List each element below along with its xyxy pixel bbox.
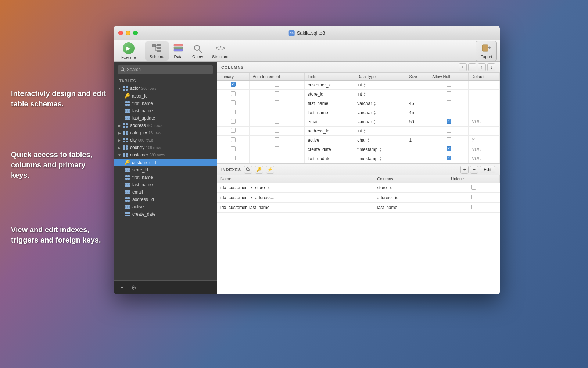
- unique-checkbox[interactable]: [471, 185, 476, 190]
- indexes-table-row[interactable]: idx_customer_fk_store_id store_id: [217, 183, 500, 193]
- search-index-button[interactable]: [244, 166, 252, 174]
- unique-checkbox[interactable]: [471, 205, 476, 209]
- td-data-type[interactable]: int ▲▼: [354, 81, 406, 90]
- add-index-button[interactable]: +: [460, 166, 469, 174]
- allow-null-checkbox[interactable]: [447, 119, 451, 124]
- tree-col-first-name-actor[interactable]: first_name: [114, 100, 217, 107]
- columns-table-row[interactable]: store_id int ▲▼: [217, 90, 500, 99]
- export-button[interactable]: Export: [476, 41, 497, 61]
- lightning-index-button[interactable]: ⚡: [266, 166, 274, 174]
- td-data-type[interactable]: timestamp ▲▼: [354, 154, 406, 163]
- tree-scroll[interactable]: ▼ actor 200 rows 🔑 actor_id first_name: [114, 85, 217, 280]
- unique-checkbox[interactable]: [471, 195, 476, 199]
- columns-table-row[interactable]: last_update timestamp ▲▼ NULL: [217, 154, 500, 163]
- type-stepper[interactable]: ▲▼: [363, 82, 367, 88]
- tree-col-address-id[interactable]: address_id: [114, 196, 217, 203]
- close-button[interactable]: [118, 31, 123, 35]
- key-index-button[interactable]: 🔑: [255, 166, 263, 174]
- auto-inc-checkbox[interactable]: [275, 119, 279, 124]
- primary-checkbox[interactable]: [231, 82, 236, 87]
- td-data-type[interactable]: char ▲▼: [354, 136, 406, 145]
- remove-column-button[interactable]: −: [468, 63, 476, 71]
- indexes-table-row[interactable]: idx_customer_fk_address... address_id: [217, 193, 500, 203]
- minimize-button[interactable]: [126, 31, 130, 35]
- search-box[interactable]: [118, 65, 213, 74]
- columns-table-row[interactable]: customer_id int ▲▼: [217, 81, 500, 90]
- auto-inc-checkbox[interactable]: [275, 137, 279, 142]
- td-primary[interactable]: [217, 108, 250, 117]
- data-button[interactable]: Data: [169, 41, 188, 61]
- primary-checkbox[interactable]: [231, 100, 236, 105]
- td-auto-inc[interactable]: [250, 99, 305, 108]
- tree-col-active[interactable]: active: [114, 203, 217, 210]
- td-primary[interactable]: [217, 154, 250, 163]
- primary-checkbox[interactable]: [231, 128, 236, 133]
- tree-col-actor-id[interactable]: 🔑 actor_id: [114, 92, 217, 100]
- td-allow-null[interactable]: [429, 145, 469, 154]
- add-table-button[interactable]: +: [118, 283, 126, 292]
- td-allow-null[interactable]: [429, 81, 469, 90]
- columns-table-row[interactable]: last_name varchar ▲▼ 45: [217, 108, 500, 117]
- td-auto-inc[interactable]: [250, 145, 305, 154]
- td-data-type[interactable]: varchar ▲▼: [354, 117, 406, 127]
- indexes-table-row[interactable]: idx_customer_last_name last_name: [217, 203, 500, 213]
- tree-table-city[interactable]: ▶ city 600 rows: [114, 137, 217, 144]
- td-auto-inc[interactable]: [250, 90, 305, 99]
- td-primary[interactable]: [217, 117, 250, 127]
- auto-inc-checkbox[interactable]: [275, 156, 279, 160]
- columns-table-row[interactable]: active char ▲▼ 1 Y: [217, 136, 500, 145]
- add-column-button[interactable]: +: [459, 63, 467, 71]
- tree-col-customer-id[interactable]: 🔑 customer_id: [114, 159, 217, 166]
- td-allow-null[interactable]: [429, 136, 469, 145]
- allow-null-checkbox[interactable]: [447, 156, 451, 160]
- maximize-button[interactable]: [133, 31, 138, 35]
- primary-checkbox[interactable]: [231, 119, 236, 124]
- move-down-button[interactable]: ↓: [487, 63, 495, 71]
- td-primary[interactable]: [217, 136, 250, 145]
- auto-inc-checkbox[interactable]: [275, 91, 279, 96]
- remove-index-button[interactable]: −: [470, 166, 478, 174]
- columns-table-row[interactable]: first_name varchar ▲▼ 45: [217, 99, 500, 108]
- primary-checkbox[interactable]: [231, 110, 236, 114]
- allow-null-checkbox[interactable]: [447, 91, 451, 96]
- type-stepper[interactable]: ▲▼: [379, 146, 383, 152]
- primary-checkbox[interactable]: [231, 156, 236, 160]
- tree-col-store-id[interactable]: store_id: [114, 166, 217, 174]
- td-data-type[interactable]: timestamp ▲▼: [354, 145, 406, 154]
- td-data-type[interactable]: varchar ▲▼: [354, 108, 406, 117]
- td-allow-null[interactable]: [429, 108, 469, 117]
- type-stepper[interactable]: ▲▼: [373, 119, 377, 125]
- td-allow-null[interactable]: [429, 90, 469, 99]
- td-data-type[interactable]: int ▲▼: [354, 90, 406, 99]
- tree-col-first-name-cust[interactable]: first_name: [114, 174, 217, 181]
- tree-table-actor[interactable]: ▼ actor 200 rows: [114, 85, 217, 92]
- allow-null-checkbox[interactable]: [447, 82, 451, 87]
- tree-col-email[interactable]: email: [114, 188, 217, 196]
- type-stepper[interactable]: ▲▼: [363, 91, 367, 97]
- columns-table-row[interactable]: create_date timestamp ▲▼ NULL: [217, 145, 500, 154]
- tree-table-address[interactable]: ▶ address 603 rows: [114, 122, 217, 129]
- auto-inc-checkbox[interactable]: [275, 128, 279, 133]
- td-allow-null[interactable]: [429, 99, 469, 108]
- search-input[interactable]: [127, 67, 210, 72]
- allow-null-checkbox[interactable]: [447, 137, 451, 142]
- td-auto-inc[interactable]: [250, 136, 305, 145]
- primary-checkbox[interactable]: [231, 146, 236, 151]
- td-auto-inc[interactable]: [250, 127, 305, 136]
- schema-button[interactable]: Schema: [145, 41, 169, 61]
- tree-table-customer[interactable]: ▼ customer 599 rows: [114, 151, 217, 159]
- td-idx-unique[interactable]: [447, 193, 500, 203]
- td-auto-inc[interactable]: [250, 81, 305, 90]
- td-allow-null[interactable]: [429, 127, 469, 136]
- auto-inc-checkbox[interactable]: [275, 100, 279, 105]
- type-stepper[interactable]: ▲▼: [379, 156, 383, 162]
- td-primary[interactable]: [217, 127, 250, 136]
- td-auto-inc[interactable]: [250, 117, 305, 127]
- allow-null-checkbox[interactable]: [447, 128, 451, 133]
- query-button[interactable]: Query: [188, 41, 208, 61]
- tree-col-last-name-actor[interactable]: last_name: [114, 107, 217, 114]
- settings-button[interactable]: ⚙: [129, 283, 138, 292]
- type-stepper[interactable]: ▲▼: [367, 137, 371, 143]
- td-auto-inc[interactable]: [250, 154, 305, 163]
- tree-col-last-name-cust[interactable]: last_name: [114, 181, 217, 188]
